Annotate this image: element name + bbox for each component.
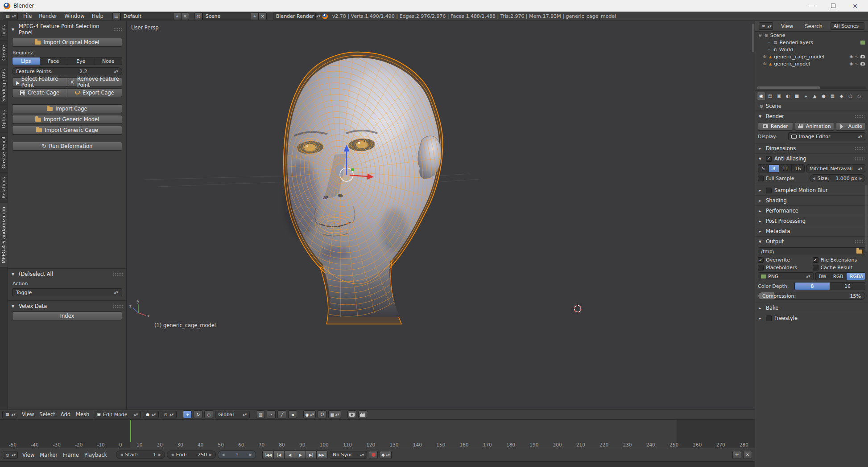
tab-scene[interactable]: ▣	[775, 92, 783, 100]
manipulator-scale-toggle[interactable]: ◇	[204, 410, 213, 418]
color-mode-rgba[interactable]: RGBA	[847, 273, 865, 280]
tab-render-layers[interactable]: ▤	[766, 92, 774, 100]
start-frame-field[interactable]: ◀ Start: 1 ▶	[116, 451, 165, 459]
scene-add-button[interactable]: ＋	[251, 12, 259, 20]
toolshelf-tab[interactable]: Tools	[0, 21, 8, 41]
timeline-track[interactable]: -50-40-30-20-100102030405060708090100110…	[0, 420, 755, 448]
viewport-scrollbar[interactable]	[752, 24, 754, 52]
snap-toggle[interactable]: Ω	[318, 410, 327, 418]
folder-icon[interactable]	[856, 250, 862, 254]
menu-item[interactable]: View	[20, 451, 37, 459]
play-button[interactable]: ▶	[295, 451, 306, 459]
panel-header-sampled-motion-blur[interactable]: ►Sampled Motion Blur	[755, 185, 868, 195]
create-cage-button[interactable]: Create Cage	[12, 88, 67, 97]
expander-icon[interactable]: ∘	[767, 47, 771, 52]
edge-select-toggle[interactable]: ╱	[277, 410, 286, 418]
motion-blur-checkbox[interactable]	[766, 188, 772, 193]
aa-sample-11[interactable]: 11	[779, 165, 792, 172]
expander-icon[interactable]: ⊕	[762, 54, 767, 59]
panel-header-deselect-all[interactable]: ▼ (De)select All	[8, 268, 126, 279]
render-audio-button[interactable]: Audio	[836, 122, 865, 131]
region-tab-lips[interactable]: Lips	[12, 57, 40, 65]
play-reverse-button[interactable]: ◀	[284, 451, 295, 459]
aa-sample-5[interactable]: 5	[758, 165, 769, 172]
insert-keyframe-button[interactable]: ✛	[732, 451, 741, 459]
scene-name-field[interactable]: Scene	[203, 12, 251, 20]
aa-sample-16[interactable]: 16	[792, 165, 804, 172]
menu-item[interactable]: Help	[88, 12, 107, 20]
menu-item[interactable]: Window	[61, 12, 88, 20]
end-frame-field[interactable]: ◀ End: 250 ▶	[167, 451, 216, 459]
expander-icon[interactable]: ∘	[767, 40, 771, 45]
prev-keyframe-button[interactable]: |◀	[273, 451, 284, 459]
menu-item[interactable]: Mesh	[73, 410, 92, 418]
outliner-row-scene[interactable]: ⊖ ◍ Scene	[755, 32, 868, 39]
opengl-render-anim-button[interactable]	[358, 410, 367, 418]
panel-header-performance[interactable]: ►Performance	[755, 206, 868, 216]
tab-data[interactable]: ●	[819, 92, 828, 100]
current-frame-field[interactable]: ◀ 1 ▶	[218, 451, 256, 459]
full-sample-checkbox[interactable]	[758, 176, 764, 181]
panel-header-output[interactable]: ▼ Output	[755, 237, 868, 246]
orientation-dropdown[interactable]: Global▲▼	[215, 411, 250, 418]
outliner-row-renderlayers[interactable]: ∘ ▤ RenderLayers	[755, 39, 868, 46]
outliner-row-generic-cage-model[interactable]: ⊕ ▲ generic_cage_model ◉ ↖	[755, 53, 868, 60]
autokey-record-button[interactable]	[369, 451, 378, 459]
tab-world[interactable]: ◐	[784, 92, 792, 100]
editor-type-button[interactable]: ◷▲▼	[3, 451, 18, 459]
panel-header-mpeg4[interactable]: ▼ MPEG-4 Feature Point Selection Panel	[8, 21, 126, 37]
import-generic-cage-button[interactable]: Import Generic Cage	[12, 126, 122, 135]
outliner-display-dropdown[interactable]: All Scenes	[831, 22, 864, 30]
cache-result-checkbox[interactable]	[813, 265, 818, 270]
tab-physics[interactable]: ◇	[855, 92, 864, 100]
toolshelf-tab[interactable]: MPEG-4 Standardization	[0, 203, 8, 268]
properties-scrollbar[interactable]	[865, 185, 868, 252]
cursor-3d[interactable]	[571, 303, 584, 315]
tab-render[interactable]: ◉	[757, 92, 765, 100]
color-depth-16[interactable]: 16	[830, 283, 865, 290]
file-format-dropdown[interactable]: PNG▲▼	[758, 272, 814, 280]
expander-icon[interactable]: ⊕	[762, 61, 767, 66]
render-button[interactable]: Render	[758, 122, 793, 131]
panel-header-vertex-data[interactable]: ▼ Vetex Data	[8, 300, 126, 311]
menu-item[interactable]: View	[19, 410, 37, 418]
antialiasing-checkbox[interactable]	[766, 156, 772, 162]
menu-item[interactable]: Frame	[60, 451, 82, 459]
tab-material[interactable]: ▦	[828, 92, 837, 100]
sync-dropdown[interactable]: No Sync▲▼	[330, 451, 367, 459]
layout-name-field[interactable]: Default	[120, 12, 173, 20]
import-generic-model-button[interactable]: Import Generic Model	[12, 115, 122, 124]
menu-item[interactable]: File	[20, 12, 35, 20]
index-button[interactable]: Index	[12, 311, 122, 320]
export-cage-button[interactable]: Export Cage	[67, 88, 122, 97]
toolshelf-tab[interactable]: Relations	[0, 173, 8, 203]
placeholders-checkbox[interactable]	[758, 265, 764, 270]
viewport-3d[interactable]: x y z User Persp (1) generic_cage_model	[127, 21, 755, 409]
tab-particles[interactable]: ○	[846, 92, 855, 100]
close-button[interactable]: ×	[846, 0, 864, 11]
menu-item[interactable]: Add	[58, 410, 73, 418]
output-path-field[interactable]: /tmp\	[758, 247, 865, 255]
scene-browse-button[interactable]: ◎	[194, 12, 203, 20]
selectable-icon[interactable]: ↖	[855, 61, 858, 66]
limit-selection-toggle[interactable]: ▥	[256, 410, 265, 418]
color-mode-rgb[interactable]: RGB	[830, 273, 847, 280]
next-keyframe-button[interactable]: ▶|	[306, 451, 316, 459]
snap-element-dropdown[interactable]: ▦▲▼	[328, 410, 341, 418]
freestyle-checkbox[interactable]	[766, 315, 772, 321]
compression-slider[interactable]: Compression: 15%	[758, 292, 865, 300]
proportional-edit-dropdown[interactable]: ◉▲▼	[303, 410, 316, 418]
layout-add-button[interactable]: ＋	[173, 12, 181, 20]
run-deformation-button[interactable]: ↻Run Deformation	[12, 142, 122, 151]
region-tab-face[interactable]: Face	[40, 57, 68, 65]
panel-header-antialiasing[interactable]: ▼ Anti-Aliasing	[755, 154, 868, 164]
layout-browse-button[interactable]: ▤	[112, 12, 120, 20]
overwrite-checkbox-row[interactable]: Overwrite	[758, 257, 811, 263]
jump-start-button[interactable]: |◀◀	[262, 451, 273, 459]
panel-header-render[interactable]: ▼ Render	[755, 111, 868, 121]
import-original-model-button[interactable]: Import Original Model	[12, 38, 122, 47]
outliner-row-generic-model[interactable]: ⊕ ▲ generic_model ◉ ↖	[755, 60, 868, 67]
expander-icon[interactable]: ⊖	[758, 33, 762, 37]
layout-delete-button[interactable]: ×	[181, 12, 189, 20]
editor-type-button[interactable]: ≡▲▼	[759, 22, 773, 30]
